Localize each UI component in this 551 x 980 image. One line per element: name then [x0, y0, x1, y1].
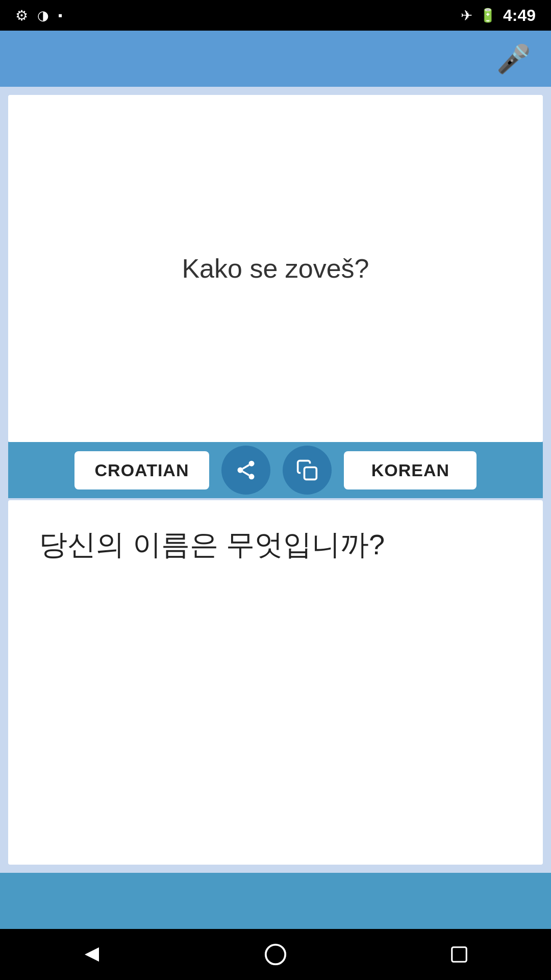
bottom-bar — [0, 873, 551, 929]
svg-line-3 — [243, 472, 249, 475]
nav-recents-button[interactable] — [439, 934, 480, 975]
settings-icon: ⚙ — [15, 7, 28, 24]
share-icon — [235, 459, 257, 481]
recents-icon — [449, 945, 469, 964]
status-icons-left: ⚙ ◑ ▪ — [15, 7, 63, 24]
svg-rect-5 — [305, 468, 317, 480]
nav-home-button[interactable] — [255, 934, 296, 975]
main-content: Kako se zoveš? CROATIAN KOREAN 당신의 이름은 무… — [0, 87, 551, 873]
target-language-button[interactable]: KOREAN — [344, 451, 477, 489]
status-time: 4:49 — [503, 6, 536, 25]
home-icon — [264, 943, 287, 966]
svg-marker-6 — [85, 947, 99, 962]
source-text: Kako se zoveš? — [182, 253, 369, 284]
copy-button[interactable] — [283, 446, 332, 495]
copy-icon — [296, 459, 318, 481]
language-bar: CROATIAN KOREAN — [8, 442, 543, 498]
status-bar: ⚙ ◑ ▪ ✈ 🔋 4:49 — [0, 0, 551, 31]
svg-point-0 — [249, 461, 255, 467]
translation-text: 당신의 이름은 무엇입니까? — [39, 526, 385, 565]
sd-card-icon: ▪ — [58, 8, 63, 22]
share-button[interactable] — [221, 446, 270, 495]
svg-point-1 — [238, 468, 243, 473]
svg-point-2 — [249, 474, 255, 479]
source-panel: Kako se zoveš? — [8, 95, 543, 442]
battery-icon: 🔋 — [480, 8, 496, 23]
microphone-button[interactable]: 🎤 — [496, 43, 531, 75]
back-icon — [81, 944, 103, 965]
circle-half-icon: ◑ — [37, 8, 49, 23]
svg-line-4 — [243, 465, 249, 469]
translation-panel: 당신의 이름은 무엇입니까? — [8, 500, 543, 865]
nav-bar — [0, 929, 551, 980]
nav-back-button[interactable] — [71, 934, 112, 975]
source-language-button[interactable]: CROATIAN — [74, 451, 210, 489]
svg-rect-8 — [452, 947, 467, 962]
svg-point-7 — [266, 945, 285, 964]
status-icons-right: ✈ 🔋 4:49 — [461, 6, 536, 25]
airplane-icon: ✈ — [461, 7, 472, 24]
app-bar: 🎤 — [0, 31, 551, 87]
